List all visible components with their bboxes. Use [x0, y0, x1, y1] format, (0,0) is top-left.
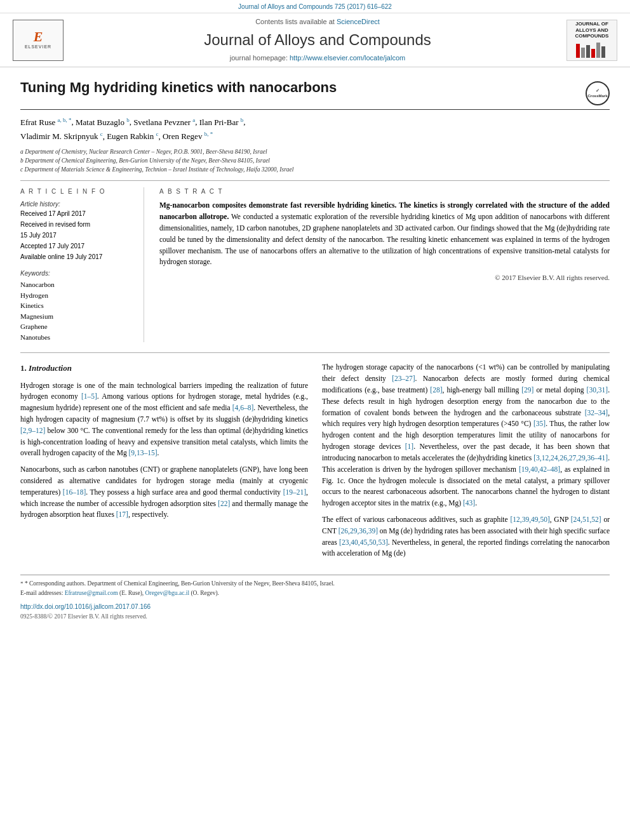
right-col: The hydrogen storage capacity of the nan…	[322, 362, 610, 564]
elsevier-wordmark: ELSEVIER	[25, 44, 51, 50]
authors-line: Efrat Ruse a, b, *, Matat Buzaglo b, Sve…	[20, 115, 610, 143]
ref-32-34[interactable]: [32–34]	[585, 409, 608, 417]
abstract-text: Mg-nanocarbon composites demonstrate fas…	[159, 200, 610, 268]
ref-2-9-12[interactable]: [2,9–12]	[20, 427, 45, 434]
available-date: Available online 19 July 2017	[20, 253, 133, 262]
page: Journal of Alloys and Compounds 725 (201…	[0, 0, 630, 840]
jac-bars-graphic	[575, 41, 610, 59]
article-meta-row: A R T I C L E I N F O Article history: R…	[20, 187, 610, 342]
crossmark-label: ✓CrossMark	[587, 88, 607, 99]
section-divider-top	[20, 180, 610, 181]
author-matat-buzaglo: Matat Buzaglo b	[76, 117, 130, 127]
ref-23-40-45-50-53[interactable]: [23,40,45,50,53]	[339, 538, 388, 546]
ref-22[interactable]: [22]	[218, 500, 230, 507]
journal-title-main: Journal of Alloys and Compounds	[69, 29, 566, 51]
citation-text: Journal of Alloys and Compounds 725 (201…	[238, 3, 392, 10]
ref-4-6-8[interactable]: [4,6–8]	[232, 404, 254, 411]
ref-23-27[interactable]: [23–27]	[392, 375, 415, 382]
svg-rect-1	[581, 48, 585, 58]
homepage-link[interactable]: http://www.elsevier.com/locate/jalcom	[290, 54, 405, 62]
email-2-name: (O. Regev).	[191, 590, 219, 596]
article-body: Tuning Mg hydriding kinetics with nanoca…	[0, 67, 630, 636]
ref-16-18[interactable]: [16–18]	[63, 488, 86, 496]
citation-bar: Journal of Alloys and Compounds 725 (201…	[0, 0, 630, 13]
ref-30-31[interactable]: [30,31]	[587, 386, 608, 394]
affiliations: a Department of Chemistry, Nuclear Resea…	[20, 147, 610, 175]
section-divider-mid	[20, 352, 610, 353]
svg-rect-0	[576, 44, 580, 58]
keywords-section: Keywords: Nanocarbon Hydrogen Kinetics M…	[20, 269, 133, 342]
revised-label: Received in revised form	[20, 220, 133, 229]
footnote-star: *	[20, 580, 23, 587]
ref-29[interactable]: [29]	[521, 386, 533, 394]
ref-28[interactable]: [28]	[430, 386, 442, 394]
svg-rect-2	[586, 45, 590, 58]
contents-label: Contents lists available at	[255, 18, 335, 25]
keyword-4: Magnesium	[20, 311, 133, 322]
jac-logo-title: JOURNAL OF ALLOYS AND COMPOUNDS	[567, 21, 617, 39]
ref-26-29-36-39[interactable]: [26,29,36,39]	[338, 527, 378, 535]
email-2-link[interactable]: Oregev@bgu.ac.il	[145, 590, 189, 596]
author-svetlana-pevzner: Svetlana Pevzner a	[133, 117, 195, 127]
keyword-6: Nanotubes	[20, 332, 133, 343]
ref-1[interactable]: [1]	[405, 443, 413, 450]
abstract-body: We conducted a systematic exploration of…	[159, 213, 610, 265]
ref-19-40-42-48[interactable]: [19,40,42–48]	[519, 465, 560, 473]
two-col-layout: 1. Introduction Hydrogen storage is one …	[20, 362, 610, 564]
crossmark-badge: ✓CrossMark	[586, 81, 610, 105]
svg-rect-5	[601, 46, 605, 58]
ref-24-51-52[interactable]: [24,51,52]	[571, 516, 601, 523]
right-paragraph-1: The hydrogen storage capacity of the nan…	[322, 362, 610, 509]
footnote-text: * Corresponding authors. Department of C…	[25, 580, 335, 587]
left-col: 1. Introduction Hydrogen storage is one …	[20, 362, 308, 564]
section-number: 1.	[20, 363, 27, 373]
elsevier-e-logo: E	[34, 30, 43, 44]
elsevier-logo-area: E ELSEVIER	[13, 20, 69, 61]
abstract-label: A B S T R A C T	[159, 187, 610, 196]
svg-rect-3	[591, 49, 595, 58]
intro-section: 1. Introduction Hydrogen storage is one …	[20, 362, 610, 564]
keyword-2: Hydrogen	[20, 290, 133, 301]
email-label: E-mail addresses:	[20, 590, 63, 596]
revised-date: 15 July 2017	[20, 231, 133, 240]
doi-link[interactable]: http://dx.doi.org/10.1016/j.jallcom.2017…	[20, 603, 151, 610]
homepage-label: journal homepage:	[230, 54, 288, 62]
received-date: Received 17 April 2017	[20, 210, 133, 218]
journal-center: Contents lists available at ScienceDirec…	[69, 17, 566, 63]
contents-line: Contents lists available at ScienceDirec…	[69, 17, 566, 27]
copyright-line: © 2017 Elsevier B.V. All rights reserved…	[159, 273, 610, 283]
footnote-corresponding: * * Corresponding authors. Department of…	[20, 579, 610, 589]
section-title-text: Introduction	[29, 363, 72, 373]
email-1-link[interactable]: Efratruse@gmail.com	[65, 590, 118, 596]
article-title: Tuning Mg hydriding kinetics with nanoca…	[20, 79, 578, 97]
keyword-1: Nanocarbon	[20, 279, 133, 290]
affiliation-c: c Department of Materials Science & Engi…	[20, 165, 610, 174]
ref-9-13-15[interactable]: [9,13–15]	[129, 449, 158, 457]
intro-paragraph-2: Nanocarbons, such as carbon nanotubes (C…	[20, 464, 308, 521]
journal-banner: E ELSEVIER Contents lists available at S…	[0, 13, 630, 67]
ref-12-39-49-50[interactable]: [12,39,49,50]	[510, 516, 549, 523]
right-paragraph-2: The effect of various carbonaceous addit…	[322, 514, 610, 559]
abstract-col: A B S T R A C T Mg-nanocarbon composites…	[159, 187, 610, 342]
ref-17[interactable]: [17]	[116, 510, 128, 518]
author-vladimir-skripnyuk: Vladimir M. Skripnyuk c	[20, 131, 103, 141]
journal-right-logo: JOURNAL OF ALLOYS AND COMPOUNDS	[566, 20, 617, 61]
intro-paragraph-1: Hydrogen storage is one of the main tech…	[20, 380, 308, 460]
author-ilan-pribar: Ilan Pri-Bar b	[199, 117, 243, 127]
author-eugen-rabkin: Eugen Rabkin c	[107, 131, 158, 141]
ref-43[interactable]: [43]	[463, 499, 475, 507]
section-title: 1. Introduction	[20, 362, 308, 375]
accepted-date: Accepted 17 July 2017	[20, 242, 133, 251]
ref-35[interactable]: [35]	[533, 420, 546, 427]
ref-3-12-24[interactable]: [3,12,24,26,27,29,36–41]	[533, 454, 608, 462]
keyword-5: Graphene	[20, 321, 133, 332]
ref-1-5[interactable]: [1–5]	[81, 392, 97, 400]
sciencedirect-link[interactable]: ScienceDirect	[337, 18, 380, 25]
keyword-3: Kinetics	[20, 300, 133, 311]
ref-19-21[interactable]: [19–21]	[283, 488, 306, 496]
email-1-name: (E. Ruse),	[119, 590, 144, 596]
author-efrat-ruse: Efrat Ruse a, b, *	[20, 117, 71, 127]
author-oren-regev: Oren Regev b, *	[163, 131, 213, 141]
article-info-label: A R T I C L E I N F O	[20, 187, 133, 196]
history-label: Article history:	[20, 200, 133, 209]
